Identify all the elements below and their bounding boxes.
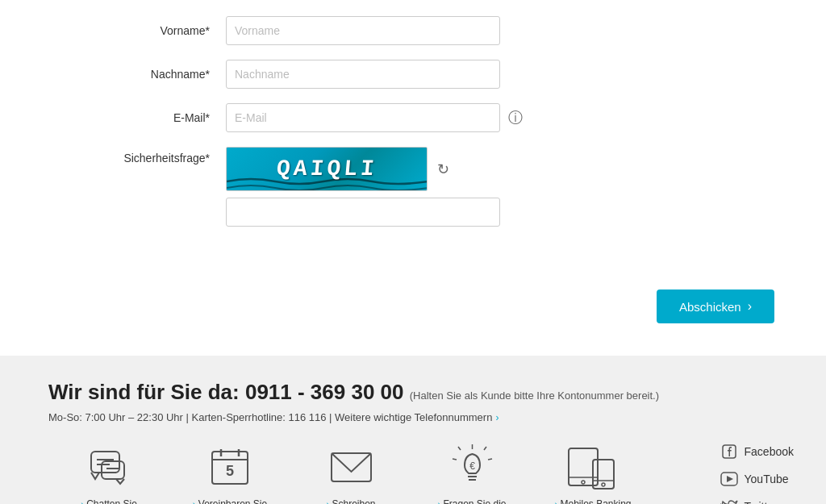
twitter-link[interactable]: Twitter — [720, 498, 794, 504]
footer-icon-calendar[interactable]: 5 › Vereinbaren Sieeinen Rückruf — [169, 443, 290, 504]
svg-rect-23 — [593, 460, 614, 489]
email-icon-wrapper — [327, 443, 375, 491]
nachname-input[interactable] — [226, 60, 500, 89]
chat-icon-label: › Chatten Siemit uns — [81, 498, 137, 504]
chat-icon — [87, 445, 131, 489]
svg-line-13 — [484, 447, 486, 450]
youtube-icon — [720, 470, 738, 488]
captcha-answer-input[interactable] — [226, 198, 500, 227]
nachname-label: Nachname* — [32, 68, 226, 81]
community-icon-label: › Fragen Sie dieCommunity — [437, 498, 506, 504]
svg-rect-11 — [332, 453, 371, 481]
svg-marker-28 — [727, 476, 733, 482]
footer-icon-chat[interactable]: › Chatten Siemit uns — [48, 443, 169, 504]
footer-phone-note: (Halten Sie als Kunde bitte Ihre Kontonu… — [410, 389, 659, 402]
submit-button[interactable]: Abschicken › — [657, 289, 774, 323]
captcha-image: QAIQLI — [226, 147, 428, 191]
community-icon-wrapper: € — [448, 443, 496, 491]
twitter-label: Twitter — [745, 500, 778, 504]
footer-hours-chevron-icon[interactable]: › — [495, 412, 499, 423]
footer-icons-row: › Chatten Siemit uns 5 › Vereinbaren Sie… — [48, 443, 794, 504]
email-label: E-Mail* — [32, 111, 226, 124]
calendar-icon-wrapper: 5 — [206, 443, 254, 491]
svg-point-25 — [602, 483, 605, 486]
svg-line-16 — [453, 459, 457, 460]
footer-section: Wir sind für Sie da: 0911 - 369 30 00 (H… — [0, 356, 826, 504]
svg-line-14 — [488, 459, 492, 460]
twitter-icon — [720, 498, 738, 504]
vorname-row: Vorname* — [32, 16, 794, 45]
footer-icon-community[interactable]: € › Fragen Sie dieCommunity — [411, 443, 532, 504]
email-icon-label: › SchreibenSie uns — [326, 498, 375, 504]
captcha-refresh-icon[interactable]: ↻ — [437, 160, 449, 178]
footer-phone-prefix: Wir sind für Sie da: — [48, 380, 240, 404]
sicherheit-row: Sicherheitsfrage* QAIQLI ↻ — [32, 147, 794, 227]
chat-icon-wrapper — [85, 443, 133, 491]
footer-hours: Mo-So: 7:00 Uhr – 22:30 Uhr | Karten-Spe… — [48, 411, 794, 423]
sicherheit-label: Sicherheitsfrage* — [32, 147, 226, 165]
email-row: E-Mail* ⓘ — [32, 103, 794, 132]
facebook-icon — [720, 443, 738, 460]
captcha-container: QAIQLI ↻ — [226, 147, 500, 191]
submit-label: Abschicken — [679, 300, 741, 314]
footer-hours-text: Mo-So: 7:00 Uhr – 22:30 Uhr | Karten-Spe… — [48, 411, 492, 423]
vorname-label: Vorname* — [32, 24, 226, 37]
submit-row: Abschicken › — [194, 273, 807, 356]
info-icon[interactable]: ⓘ — [508, 108, 523, 127]
calendar-icon: 5 — [210, 445, 250, 489]
svg-text:€: € — [469, 460, 475, 472]
captcha-fields: QAIQLI ↻ — [226, 147, 500, 227]
mobile-icon-label: › Mobiles Banking& Trading — [554, 498, 631, 504]
svg-text:5: 5 — [226, 463, 234, 479]
captcha-text: QAIQLI — [275, 156, 378, 181]
svg-line-15 — [458, 447, 461, 450]
mobile-icon-wrapper — [569, 443, 617, 491]
mobile-icon — [567, 445, 620, 489]
youtube-label: YouTube — [745, 473, 789, 485]
facebook-link[interactable]: Facebook — [720, 443, 794, 460]
calendar-icon-label: › Vereinbaren Sieeinen Rückruf — [193, 498, 267, 504]
youtube-link[interactable]: YouTube — [720, 470, 794, 488]
facebook-label: Facebook — [745, 445, 794, 458]
footer-phone: Wir sind für Sie da: 0911 - 369 30 00 (H… — [48, 380, 794, 405]
footer-phone-number: 0911 - 369 30 00 — [245, 380, 404, 404]
social-links: Facebook YouTube Twitter — [720, 443, 794, 504]
email-icon — [329, 449, 373, 485]
form-section: Vorname* Nachname* E-Mail* ⓘ Sicherheits… — [0, 0, 826, 273]
vorname-input[interactable] — [226, 16, 500, 45]
svg-point-22 — [582, 481, 585, 484]
footer-icon-mobile[interactable]: › Mobiles Banking& Trading — [532, 443, 653, 504]
community-icon: € — [450, 443, 494, 491]
footer-icon-email[interactable]: › SchreibenSie uns — [290, 443, 411, 504]
nachname-row: Nachname* — [32, 60, 794, 89]
submit-arrow-icon: › — [748, 299, 752, 314]
email-input[interactable] — [226, 103, 500, 132]
